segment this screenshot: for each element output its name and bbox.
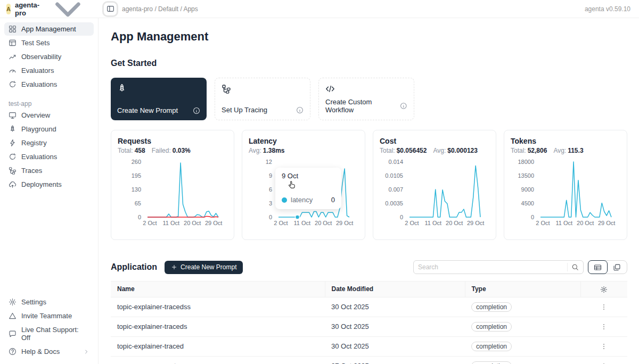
ellipsis-vertical-icon [600, 323, 608, 330]
table-row-career-assessment[interactable]: career-assessment27 Oct 2025completion [111, 356, 627, 364]
sidebar-item-registry[interactable]: Registry [4, 136, 94, 150]
column-header-date-modified[interactable]: Date Modified [325, 282, 465, 297]
svg-text:2 Oct: 2 Oct [405, 220, 419, 226]
application-heading: Application [111, 262, 157, 272]
apps-table-header-row: Name Date Modified Type [111, 282, 627, 297]
svg-text:0: 0 [531, 214, 534, 220]
set-up-tracing-card[interactable]: Set Up Tracing [215, 78, 310, 120]
type-badge: completion [471, 322, 512, 332]
application-header: Application Create New Prompt [111, 260, 627, 274]
create-new-prompt-button[interactable]: Create New Prompt [165, 261, 243, 274]
chart-title: Tokens [511, 137, 620, 145]
svg-text:11 Oct: 11 Oct [163, 220, 180, 226]
svg-text:11 Oct: 11 Oct [425, 220, 442, 226]
sidebar-item-help-docs[interactable]: Help & Docs [4, 345, 94, 358]
sidebar-item-evaluators[interactable]: Evaluators [4, 64, 94, 77]
sidebar-item-label: Evaluations [21, 153, 57, 161]
table-view-button[interactable] [588, 260, 608, 274]
type-cell: completion [465, 317, 580, 336]
sidebar-item-live-chat-support-off[interactable]: Live Chat Support: Off [4, 323, 94, 344]
rocket-icon [9, 125, 17, 133]
info-icon[interactable] [400, 102, 407, 110]
row-more-actions-button[interactable] [599, 321, 609, 332]
sidebar-item-test-sets[interactable]: Test Sets [4, 36, 94, 49]
sidebar-item-observability[interactable]: Observability [4, 50, 94, 63]
date-modified-cell: 30 Oct 2025 [325, 336, 465, 356]
sidebar-item-app-management[interactable]: App Management [4, 22, 94, 36]
sidebar-item-evaluations[interactable]: Evaluations [4, 78, 94, 91]
svg-text:29 Oct: 29 Oct [598, 220, 615, 226]
ellipsis-vertical-icon [600, 303, 608, 311]
plus-icon [171, 264, 177, 270]
search-icon[interactable] [571, 263, 579, 271]
svg-text:0: 0 [138, 214, 141, 220]
svg-text:65: 65 [135, 200, 141, 206]
column-header-type[interactable]: Type [465, 282, 580, 297]
search-input[interactable] [418, 263, 565, 271]
actions-cell [580, 317, 627, 336]
sidebar-item-label: Traces [21, 167, 42, 175]
sidebar-item-label: Overview [21, 111, 50, 119]
info-icon[interactable] [296, 106, 304, 114]
chart-title: Latency [249, 137, 358, 145]
sidebar-item-label: Evaluations [21, 80, 57, 88]
svg-text:0.007: 0.007 [388, 186, 403, 193]
loop-icon [9, 80, 17, 88]
tooltip-series-value: 0 [331, 196, 335, 204]
cost-chart-card: CostTotal:$0.056452Avg:$0.00012300.00350… [373, 130, 496, 240]
sidebar-item-invite-teammate[interactable]: Invite Teammate [4, 309, 94, 322]
question-icon [9, 348, 17, 355]
app-name-cell: topic-explainer-traced [111, 336, 325, 356]
chart-stats: Total:458Failed:0.03% [118, 147, 227, 154]
stat-avg: Avg:1.38ms [249, 147, 285, 154]
sidebar-item-evaluations[interactable]: Evaluations [4, 150, 94, 163]
search-box [413, 260, 584, 274]
column-header-name[interactable]: Name [111, 282, 325, 297]
svg-text:0: 0 [269, 214, 272, 220]
triangle-icon [9, 312, 17, 320]
sidebar-footer-nav: SettingsInvite TeammateLive Chat Support… [4, 295, 94, 359]
gauge-icon [9, 67, 17, 75]
sidebar-item-settings[interactable]: Settings [4, 295, 94, 309]
sidebar-item-playground[interactable]: Playground [4, 122, 94, 136]
sidebar-item-traces[interactable]: Traces [4, 164, 94, 177]
tooltip-date: 9 Oct [282, 172, 335, 180]
sidebar: App ManagementTest SetsObservabilityEval… [0, 18, 99, 364]
sidebar-item-label: Help & Docs [21, 348, 60, 355]
chevron-right-icon [83, 349, 89, 355]
gear-icon [9, 298, 17, 306]
sidebar-item-overview[interactable]: Overview [4, 109, 94, 122]
column-settings-gear-icon[interactable] [600, 286, 608, 293]
table-row-topic-explainer-traceds[interactable]: topic-explainer-traceds30 Oct 2025comple… [111, 317, 627, 336]
app-name-cell: topic-explainer-tracedss [111, 297, 325, 317]
stat-total: Total:458 [118, 147, 145, 154]
breadcrumb[interactable]: agenta-pro / Default / Apps [122, 5, 198, 13]
chart-title: Requests [118, 137, 227, 145]
date-modified-cell: 27 Oct 2025 [325, 356, 465, 364]
rocket-icon [117, 84, 127, 93]
series-requests [148, 163, 218, 217]
table-row-topic-explainer-tracedss[interactable]: topic-explainer-tracedss30 Oct 2025compl… [111, 297, 627, 317]
type-badge: completion [471, 302, 512, 312]
sidebar-collapse-button[interactable] [104, 3, 117, 15]
sidebar-item-deployments[interactable]: Deployments [4, 178, 94, 191]
metrics-charts-row: RequestsTotal:458Failed:0.03%06513019526… [111, 130, 627, 240]
topbar: A agenta-pro agenta-pro / Default / Apps… [0, 0, 639, 18]
create-new-prompt-card[interactable]: Create New Prompt [111, 78, 207, 120]
chat-icon [9, 330, 17, 338]
row-more-actions-button[interactable] [599, 341, 609, 352]
card-view-icon [613, 263, 621, 271]
grid-icon [9, 25, 17, 33]
row-more-actions-button[interactable] [599, 302, 609, 312]
sidebar-item-label: Invite Teammate [21, 312, 72, 320]
row-more-actions-button[interactable] [599, 361, 609, 364]
table-view-icon [594, 263, 602, 271]
svg-text:13500: 13500 [518, 172, 534, 179]
info-icon[interactable] [193, 107, 200, 114]
svg-text:20 Oct: 20 Oct [577, 220, 594, 226]
card-view-button[interactable] [607, 261, 627, 274]
type-cell: completion [465, 297, 580, 317]
card-label: Set Up Tracing [222, 106, 267, 114]
create-custom-workflow-card[interactable]: Create Custom Workflow [318, 78, 414, 120]
table-row-topic-explainer-traced[interactable]: topic-explainer-traced30 Oct 2025complet… [111, 336, 627, 356]
